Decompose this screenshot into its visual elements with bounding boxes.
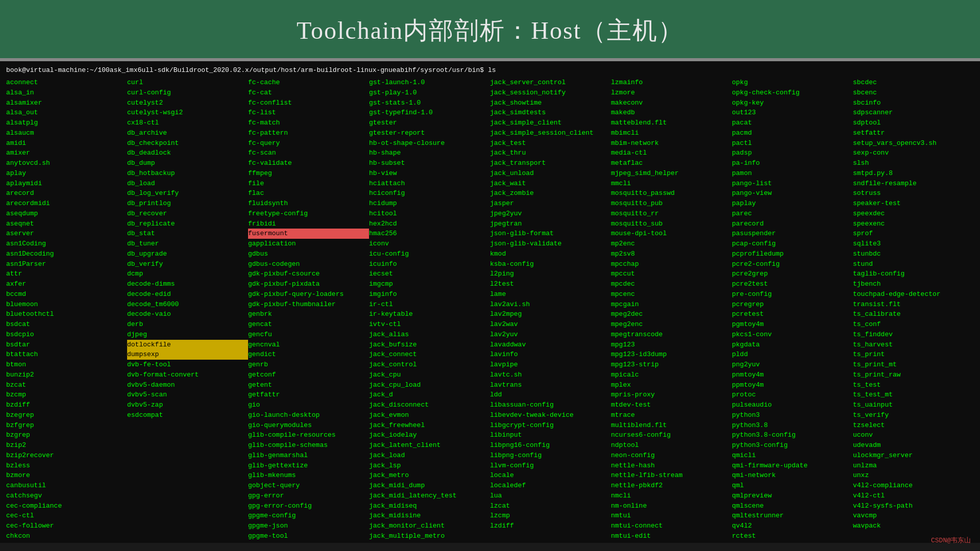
- list-item: db_dump: [127, 158, 248, 168]
- list-item: mpris-proxy: [611, 390, 732, 400]
- list-item: glib-compile-resources: [248, 430, 369, 440]
- list-item: nettle-pbkdf2: [611, 481, 732, 491]
- list-item: db_stat: [127, 229, 248, 239]
- list-item: python3.8-config: [732, 430, 853, 440]
- list-item: qmi-firmware-update: [732, 461, 853, 471]
- list-item: fusermount: [248, 229, 369, 239]
- list-item: makedb: [611, 108, 732, 118]
- list-item: ldd: [490, 390, 611, 400]
- list-item: esdcompat: [127, 410, 248, 420]
- list-item: ts_calibrate: [853, 309, 974, 319]
- list-item: axfer: [6, 279, 127, 289]
- list-item: speaker-test: [853, 198, 974, 209]
- list-item: gtester-report: [369, 128, 490, 138]
- list-item: jpegtran: [490, 219, 611, 229]
- list-item: arecord: [6, 188, 127, 198]
- list-item: slsh: [853, 158, 974, 168]
- list-item: db_load: [127, 179, 248, 189]
- list-item: jack_lsp: [369, 461, 490, 471]
- list-item: v4l2-compliance: [853, 481, 974, 491]
- list-item: mpccut: [611, 269, 732, 279]
- list-item: ulockmgr_server: [853, 450, 974, 461]
- list-item: fribidi: [248, 219, 369, 229]
- list-item: setfattr: [853, 128, 974, 138]
- list-item: alsatplg: [6, 118, 127, 128]
- list-item: sprof: [853, 229, 974, 239]
- list-item: bsdtar: [6, 340, 127, 350]
- list-item: imgcmp: [369, 279, 490, 289]
- list-item: ts_harvest: [853, 340, 974, 350]
- list-item: jack_zombie: [490, 188, 611, 198]
- list-item: alsa_in: [6, 88, 127, 98]
- list-item: pcre2test: [732, 279, 853, 289]
- list-item: nmtui: [611, 511, 732, 521]
- list-item: qml: [732, 481, 853, 491]
- list-item: iconv: [369, 239, 490, 249]
- title-text: Toolchain内部剖析：Host（主机）: [297, 17, 683, 44]
- list-item: libgcrypt-config: [490, 420, 611, 431]
- list-item: mosquitto_sub: [611, 219, 732, 229]
- list-item: mp2enc: [611, 239, 732, 249]
- list-item: icu-config: [369, 249, 490, 259]
- list-item: jack_bufsize: [369, 340, 490, 350]
- list-item: jack_thru: [490, 148, 611, 158]
- list-item: tjbench: [853, 279, 974, 289]
- list-item: pcprofiledump: [732, 249, 853, 259]
- list-item: aconnect: [6, 78, 127, 88]
- list-item: db_archive: [127, 128, 248, 138]
- list-item: db_hotbackup: [127, 168, 248, 179]
- list-item: paplay: [732, 198, 853, 209]
- list-item: jack_session_notify: [490, 88, 611, 98]
- list-item: libpng-config: [490, 450, 611, 461]
- list-item: media-ctl: [611, 148, 732, 158]
- list-item: bzip2recover: [6, 450, 127, 461]
- list-item: bzmore: [6, 470, 127, 481]
- list-item: bzip2: [6, 440, 127, 450]
- list-item: fc-conflist: [248, 98, 369, 108]
- list-item: pacmd: [732, 128, 853, 138]
- list-item: genrb: [248, 360, 369, 370]
- list-item: mtdev-test: [611, 400, 732, 410]
- list-item: getent: [248, 380, 369, 390]
- list-item: jack_multiple_metro: [369, 531, 490, 541]
- list-item: jack_load: [369, 450, 490, 461]
- list-item: imginfo: [369, 289, 490, 299]
- list-item: arecordmidi: [6, 198, 127, 209]
- list-item: mbim-network: [611, 138, 732, 148]
- list-item: bsdcat: [6, 319, 127, 330]
- list-item: mmcli: [611, 179, 732, 189]
- list-item: aserver: [6, 229, 127, 239]
- list-item: hb-shape: [369, 148, 490, 158]
- list-item: jack_showtime: [490, 98, 611, 108]
- list-item: curl: [127, 78, 248, 88]
- list-item: nmtui-connect: [611, 521, 732, 531]
- list-item: gpg-error: [248, 491, 369, 501]
- list-item: jack_iodelay: [369, 430, 490, 440]
- list-item: mtrace: [611, 410, 732, 420]
- list-item: sbcinfo: [853, 98, 974, 108]
- list-item: derb: [127, 319, 248, 330]
- list-item: jack_midiseq: [369, 501, 490, 511]
- page-title: Toolchain内部剖析：Host（主机）: [0, 0, 980, 58]
- list-item: libinput: [490, 430, 611, 440]
- list-item: ts_verify: [853, 410, 974, 420]
- list-item: mosquitto_pub: [611, 198, 732, 209]
- list-item: ndptool: [611, 440, 732, 450]
- list-item: opkg-key: [732, 98, 853, 108]
- list-item: jack_d: [369, 390, 490, 400]
- file-list: aconnectalsa_inalsamixeralsa_outalsatplg…: [6, 78, 974, 541]
- list-item: gpgme-config: [248, 511, 369, 521]
- list-item: anytovcd.sh: [6, 158, 127, 168]
- list-item: jack_simple_session_client: [490, 128, 611, 138]
- list-item: jack_midi_latency_test: [369, 491, 490, 501]
- list-item: dumpsexp: [127, 349, 248, 360]
- list-item: db_log_verify: [127, 188, 248, 198]
- list-item: rctest: [732, 531, 853, 541]
- list-item: lzcmp: [490, 511, 611, 521]
- list-item: lavpipe: [490, 360, 611, 370]
- list-item: gencnval: [248, 340, 369, 350]
- list-item: lav2mpeg: [490, 309, 611, 319]
- list-item: getconf: [248, 370, 369, 380]
- column-5: lzmainfolzmoremakeconvmakedbmatteblend.f…: [611, 78, 732, 541]
- list-item: amidi: [6, 138, 127, 148]
